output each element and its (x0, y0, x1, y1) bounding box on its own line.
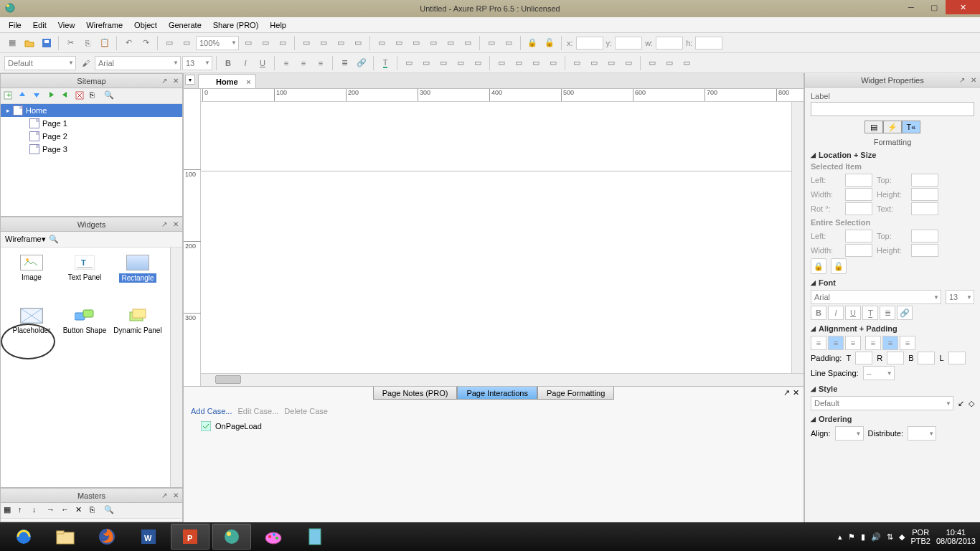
widget-label-input[interactable] (811, 102, 974, 116)
width-input[interactable] (845, 188, 872, 201)
master-up-icon[interactable]: ↑ (18, 505, 29, 517)
master-down-icon[interactable]: ↓ (32, 505, 44, 517)
add-page-icon[interactable]: + (4, 90, 15, 102)
tab-close-icon[interactable]: × (246, 77, 250, 86)
align-top-icon[interactable]: ▭ (425, 35, 441, 51)
italic-button[interactable]: I (828, 306, 844, 320)
style-combo[interactable]: Default▼ (4, 56, 76, 70)
spec-icon[interactable]: ▭ (494, 55, 509, 71)
preview-icon[interactable]: ▭ (528, 55, 544, 71)
linestyle-icon[interactable]: ▭ (453, 55, 468, 71)
widget-image[interactable]: Image (5, 252, 58, 305)
height-input[interactable] (911, 188, 938, 201)
save-icon[interactable] (39, 35, 55, 51)
widgets-scrollbar[interactable] (170, 248, 182, 487)
more3-icon[interactable]: ▭ (603, 55, 619, 71)
group-icon[interactable]: ▭ (298, 35, 314, 51)
subtab-interactions-icon[interactable]: ⚡ (883, 121, 902, 133)
coord-w-input[interactable] (656, 37, 683, 50)
taskbar-firefox[interactable] (88, 524, 126, 550)
align-center-icon[interactable]: ▭ (391, 35, 407, 51)
tray-show-hidden-icon[interactable]: ▴ (838, 532, 842, 542)
align-l-icon[interactable]: ≡ (278, 55, 294, 71)
search-icon[interactable]: 🔍 (104, 505, 116, 517)
bold-icon[interactable]: B (220, 55, 236, 71)
subtab-formatting-icon[interactable]: T« (902, 121, 920, 133)
bullets-button[interactable]: ≣ (880, 306, 895, 320)
document-tab-home[interactable]: Home × (198, 74, 256, 88)
fontsize-combo[interactable]: 13▼ (182, 56, 212, 70)
ungroup-icon[interactable]: ▭ (316, 35, 331, 51)
master-right-icon[interactable]: → (47, 505, 58, 517)
link-icon[interactable]: 🔗 (354, 55, 369, 71)
coord-y-input[interactable] (615, 37, 642, 50)
move-up-icon[interactable] (18, 90, 29, 102)
fill-icon[interactable]: ▭ (401, 55, 417, 71)
taskbar-paint[interactable] (254, 524, 293, 550)
delete-page-icon[interactable] (75, 90, 87, 102)
master-del-icon[interactable]: ✕ (75, 505, 87, 517)
taskbar-axure[interactable] (212, 524, 251, 550)
tab-page-interactions[interactable]: Page Interactions (457, 387, 537, 400)
search-icon[interactable]: 🔍 (49, 235, 59, 244)
tray-clock[interactable]: 10:4108/08/2013 (936, 528, 976, 545)
open-icon[interactable] (22, 35, 37, 51)
unlock-icon[interactable]: 🔓 (542, 35, 557, 51)
minimize-button[interactable]: ─ (900, 0, 923, 14)
pan-icon[interactable]: ▭ (275, 35, 291, 51)
link-button[interactable]: 🔗 (897, 306, 913, 320)
add-master-icon[interactable]: ▦ (4, 505, 15, 517)
lock-icon[interactable]: 🔒 (811, 258, 826, 274)
paste-icon[interactable]: 📋 (97, 35, 113, 51)
widget-rectangle[interactable]: Rectangle (111, 252, 164, 305)
design-canvas[interactable] (201, 102, 804, 373)
taskbar-notepad[interactable] (296, 524, 334, 550)
widget-dynamic-panel[interactable]: Dynamic Panel (111, 305, 164, 358)
lock-icon[interactable]: 🔒 (524, 35, 540, 51)
style-combo[interactable]: Default▼ (811, 396, 953, 410)
more7-icon[interactable]: ▭ (679, 55, 694, 71)
search-icon[interactable]: 🔍 (104, 90, 116, 102)
align-left-icon[interactable]: ▭ (374, 35, 390, 51)
add-case-link[interactable]: Add Case... (191, 407, 232, 415)
arrow-icon[interactable]: ▭ (470, 55, 486, 71)
align-combo[interactable]: ▼ (835, 426, 864, 441)
zoom-combo[interactable]: 100%▼ (196, 36, 239, 50)
align-c-icon[interactable]: ≡ (296, 55, 311, 71)
sel-left-input[interactable] (845, 230, 872, 242)
widget-text-panel[interactable]: TText Panel (58, 252, 111, 305)
textrot-input[interactable] (911, 202, 938, 215)
textcolor-icon[interactable]: T (377, 55, 393, 71)
event-onpageload[interactable]: OnPageLoad (184, 420, 804, 433)
duplicate-icon[interactable]: ⎘ (90, 90, 101, 102)
menu-generate[interactable]: Generate (163, 19, 207, 31)
expand-icon[interactable]: ▸ (6, 107, 10, 114)
tab-page-formatting[interactable]: Page Formatting (537, 387, 614, 400)
paint-icon[interactable]: 🖌 (77, 55, 93, 71)
menu-file[interactable]: File (3, 19, 27, 31)
more4-icon[interactable]: ▭ (621, 55, 636, 71)
proto-icon[interactable]: ▭ (511, 55, 527, 71)
menu-help[interactable]: Help (264, 19, 292, 31)
section-font[interactable]: ◢Font (811, 278, 974, 287)
taskbar-word[interactable]: W (129, 524, 168, 550)
subtab-notes-icon[interactable]: ▤ (864, 121, 883, 133)
taskbar-explorer[interactable] (46, 524, 85, 550)
tray-network-icon[interactable]: ⇅ (887, 532, 893, 542)
textcolor-button[interactable]: T̲ (862, 306, 878, 320)
zoom-in-icon[interactable]: ▭ (179, 35, 194, 51)
panel-close-icon[interactable]: ✕ (969, 75, 979, 85)
valign-middle[interactable]: ≡ (882, 336, 898, 350)
copy-icon[interactable]: ⎘ (80, 35, 95, 51)
menu-object[interactable]: Object (128, 19, 163, 31)
more1-icon[interactable]: ▭ (569, 55, 585, 71)
taskbar-powerpoint[interactable]: P (171, 524, 209, 550)
unlock-icon[interactable]: 🔓 (831, 258, 847, 274)
undo-icon[interactable]: ↶ (121, 35, 136, 51)
panel-close-icon[interactable]: ✕ (171, 76, 181, 86)
dist-v-icon[interactable]: ▭ (501, 35, 517, 51)
connector-icon[interactable]: ▭ (258, 35, 273, 51)
maximize-button[interactable]: ▢ (923, 0, 946, 14)
move-left-icon[interactable] (61, 90, 72, 102)
zoom-out-icon[interactable]: ▭ (161, 35, 177, 51)
